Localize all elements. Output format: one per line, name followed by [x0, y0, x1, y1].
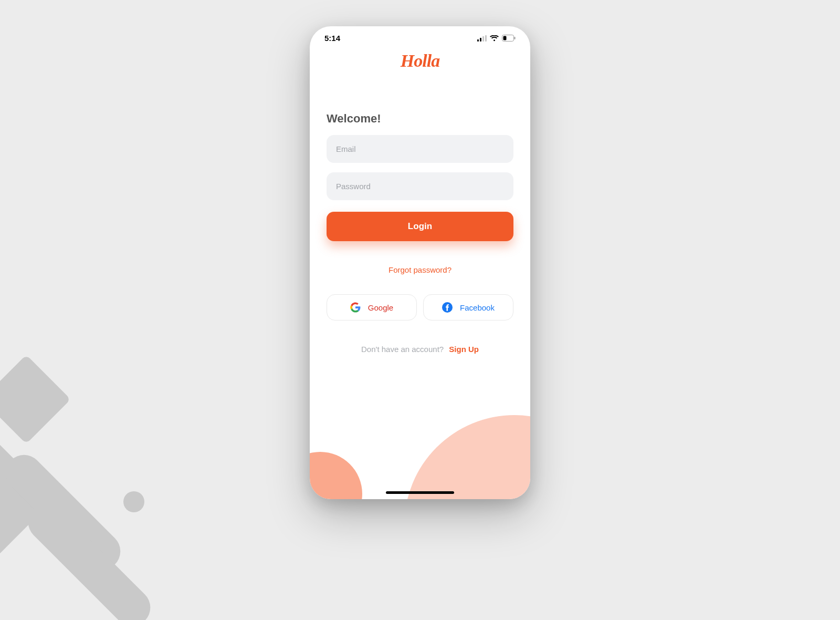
bg-shape-dot [123, 491, 144, 512]
signup-prompt: Don't have an account? [361, 345, 444, 354]
wifi-icon [490, 35, 499, 42]
signup-link[interactable]: Sign Up [449, 345, 479, 354]
svg-rect-1 [480, 38, 481, 42]
signal-icon [477, 35, 487, 42]
email-field[interactable] [327, 135, 513, 163]
google-icon [350, 302, 361, 313]
signup-row: Don't have an account? Sign Up [327, 345, 513, 354]
app-logo: Holla [310, 51, 530, 71]
facebook-icon [442, 302, 453, 313]
facebook-login-button[interactable]: Facebook [423, 294, 513, 321]
svg-rect-6 [503, 36, 507, 40]
svg-rect-2 [482, 36, 484, 42]
welcome-heading: Welcome! [327, 112, 513, 126]
status-bar: 5:14 [310, 26, 530, 48]
decor-circle-large [404, 415, 530, 499]
app-logo-text: Holla [401, 51, 439, 70]
google-login-button[interactable]: Google [327, 294, 417, 321]
status-right [477, 35, 516, 42]
svg-rect-0 [477, 39, 479, 42]
password-field[interactable] [327, 172, 513, 200]
decor-circle-small [310, 452, 362, 499]
status-time: 5:14 [324, 34, 340, 43]
phone-frame: 5:14 [310, 26, 530, 499]
svg-rect-3 [485, 35, 487, 42]
facebook-label: Facebook [460, 303, 495, 312]
login-content: Welcome! Login Forgot password? Google [310, 112, 530, 354]
battery-icon [502, 35, 516, 42]
svg-rect-5 [514, 37, 516, 39]
login-button[interactable]: Login [327, 212, 513, 241]
bg-shape-diamond [0, 355, 71, 444]
forgot-password-link[interactable]: Forgot password? [327, 265, 513, 274]
social-row: Google Facebook [327, 294, 513, 321]
home-indicator[interactable] [386, 491, 454, 494]
google-label: Google [368, 303, 393, 312]
